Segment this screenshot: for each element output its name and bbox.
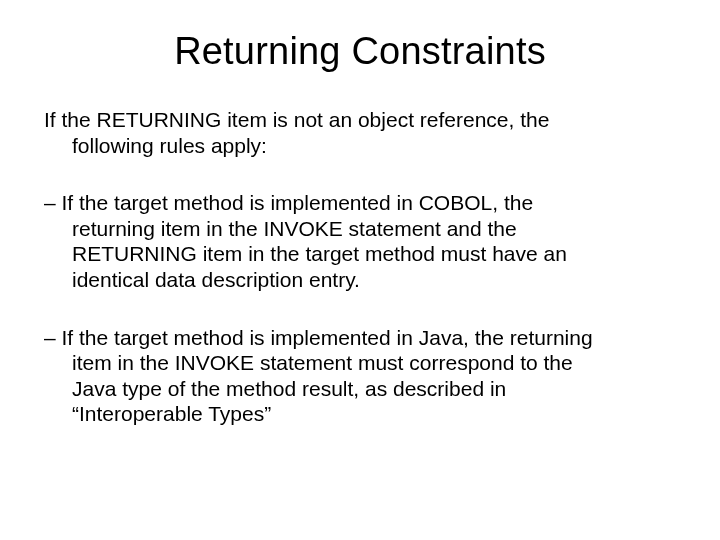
intro-line-1: If the RETURNING item is not an object r… xyxy=(44,108,549,131)
slide: Returning Constraints If the RETURNING i… xyxy=(0,0,720,540)
bullet-1-line-4: identical data description entry. xyxy=(44,267,676,293)
bullet-1-line-1: – If the target method is implemented in… xyxy=(44,190,676,216)
intro-line-2: following rules apply: xyxy=(44,133,676,159)
intro-paragraph: If the RETURNING item is not an object r… xyxy=(44,107,676,158)
bullet-2-line-1: – If the target method is implemented in… xyxy=(44,325,676,351)
bullet-item-2: – If the target method is implemented in… xyxy=(44,325,676,427)
slide-title: Returning Constraints xyxy=(44,30,676,73)
bullet-1-line-2: returning item in the INVOKE statement a… xyxy=(44,216,676,242)
bullet-item-1: – If the target method is implemented in… xyxy=(44,190,676,292)
bullet-1-line-3: RETURNING item in the target method must… xyxy=(44,241,676,267)
bullet-2-line-2: item in the INVOKE statement must corres… xyxy=(44,350,676,376)
bullet-2-line-4: “Interoperable Types” xyxy=(44,401,676,427)
bullet-2-line-3: Java type of the method result, as descr… xyxy=(44,376,676,402)
